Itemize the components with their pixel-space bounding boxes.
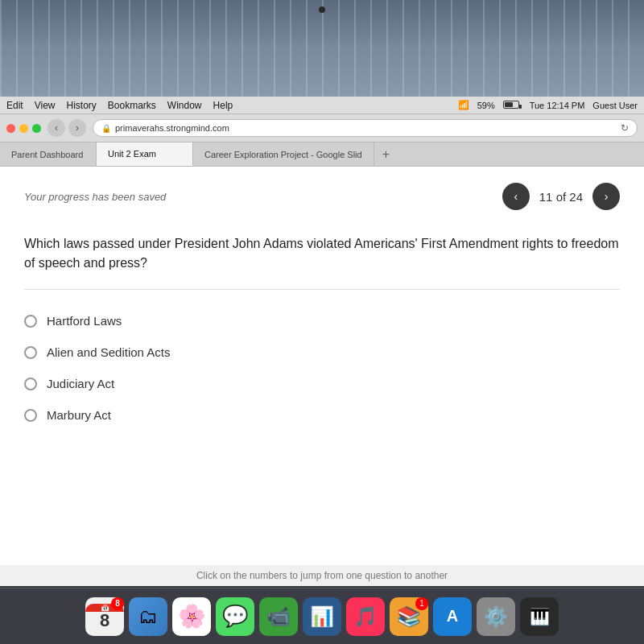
quiz-container: Your progress has been saved ‹ 11 of 24 …	[0, 167, 644, 569]
option-b-label: Alien and Sedition Acts	[47, 345, 170, 359]
answer-options: Hartford Laws Alien and Sedition Acts Ju…	[24, 306, 620, 430]
browser-chrome: ‹ › 🔒 primaverahs.strongmind.com ↻ Paren…	[0, 114, 644, 167]
dock-charts[interactable]: 📊	[303, 597, 341, 636]
dock-settings[interactable]: ⚙️	[477, 597, 515, 636]
quiz-header: Your progress has been saved ‹ 11 of 24 …	[24, 183, 620, 218]
bottom-hint: Click on the numbers to jump from one qu…	[0, 565, 644, 586]
option-d-label: Marbury Act	[47, 408, 111, 422]
refresh-icon[interactable]: ↻	[621, 122, 629, 134]
radio-d[interactable]	[24, 409, 37, 422]
url-text: primaverahs.strongmind.com	[115, 123, 229, 133]
browser-tabs: Parent Dashboard Unit 2 Exam Career Expl…	[0, 142, 644, 167]
dock-messages[interactable]: 💬	[216, 597, 254, 636]
dock-music[interactable]: 🎵	[346, 597, 385, 636]
dock-calendar[interactable]: 📅 8 8	[85, 597, 124, 636]
option-d[interactable]: Marbury Act	[24, 408, 620, 422]
radio-b[interactable]	[24, 346, 37, 359]
tab-unit2-exam[interactable]: Unit 2 Exam	[97, 142, 193, 166]
new-tab-button[interactable]: +	[374, 142, 398, 166]
question-section: Which laws passed under President John A…	[24, 234, 620, 290]
option-a-label: Hartford Laws	[47, 314, 122, 328]
menu-bar: Edit View History Bookmarks Window Help …	[0, 97, 644, 114]
nav-buttons: ‹ ›	[47, 119, 86, 137]
option-a[interactable]: Hartford Laws	[24, 314, 620, 328]
menu-time: Tue 12:14 PM	[530, 101, 585, 110]
forward-button[interactable]: ›	[68, 119, 86, 137]
dock-piano[interactable]: 🎹	[520, 597, 559, 636]
traffic-lights[interactable]	[6, 124, 41, 133]
menu-items: Edit View History Bookmarks Window Help	[6, 100, 233, 111]
menu-bookmarks[interactable]: Bookmarks	[108, 100, 156, 111]
dock-files[interactable]: 🗂	[129, 597, 167, 636]
menu-view[interactable]: View	[35, 100, 56, 111]
option-c-label: Judiciary Act	[47, 377, 114, 390]
address-bar[interactable]: 🔒 primaverahs.strongmind.com ↻	[93, 119, 638, 137]
dock-facetime[interactable]: 📹	[259, 597, 298, 636]
menu-help[interactable]: Help	[213, 100, 233, 111]
next-question-button[interactable]: ›	[592, 183, 620, 210]
radio-c[interactable]	[24, 378, 37, 390]
browser-toolbar: ‹ › 🔒 primaverahs.strongmind.com ↻	[0, 114, 644, 142]
books-badge: 1	[415, 597, 428, 610]
close-button[interactable]	[6, 124, 15, 133]
fullscreen-button[interactable]	[32, 124, 41, 133]
lock-icon: 🔒	[101, 124, 111, 133]
battery-icon	[503, 101, 522, 110]
dock-photos[interactable]: 🌸	[172, 597, 211, 636]
question-text: Which laws passed under President John A…	[24, 234, 620, 273]
progress-saved-text: Your progress has been saved	[24, 191, 166, 203]
tab-career-project[interactable]: Career Exploration Project - Google Slid	[193, 142, 374, 166]
question-counter: 11 of 24	[539, 190, 583, 204]
menu-history[interactable]: History	[66, 100, 96, 111]
radio-a[interactable]	[24, 315, 37, 328]
desktop-background	[0, 0, 644, 97]
dock-appstore[interactable]: A	[433, 597, 472, 636]
menu-user: Guest User	[592, 101, 638, 110]
option-c[interactable]: Judiciary Act	[24, 377, 620, 390]
menu-bar-status: 📶 59% Tue 12:14 PM Guest User	[458, 100, 638, 110]
battery-percent: 59%	[477, 101, 495, 110]
wifi-icon: 📶	[458, 100, 469, 110]
menu-window[interactable]: Window	[167, 100, 202, 111]
menu-edit[interactable]: Edit	[6, 100, 23, 111]
option-b[interactable]: Alien and Sedition Acts	[24, 345, 620, 359]
minimize-button[interactable]	[19, 124, 28, 133]
prev-question-button[interactable]: ‹	[502, 183, 530, 210]
dock: 📅 8 8 🗂 🌸 💬 📹 📊 🎵 📚 1 A ⚙️ 🎹	[0, 588, 644, 644]
calendar-badge: 8	[111, 597, 124, 610]
tab-parent-dashboard[interactable]: Parent Dashboard	[0, 142, 97, 166]
camera	[319, 6, 325, 13]
back-button[interactable]: ‹	[47, 119, 65, 137]
quiz-nav-controls: ‹ 11 of 24 ›	[502, 183, 620, 210]
dock-books[interactable]: 📚 1	[390, 597, 428, 636]
